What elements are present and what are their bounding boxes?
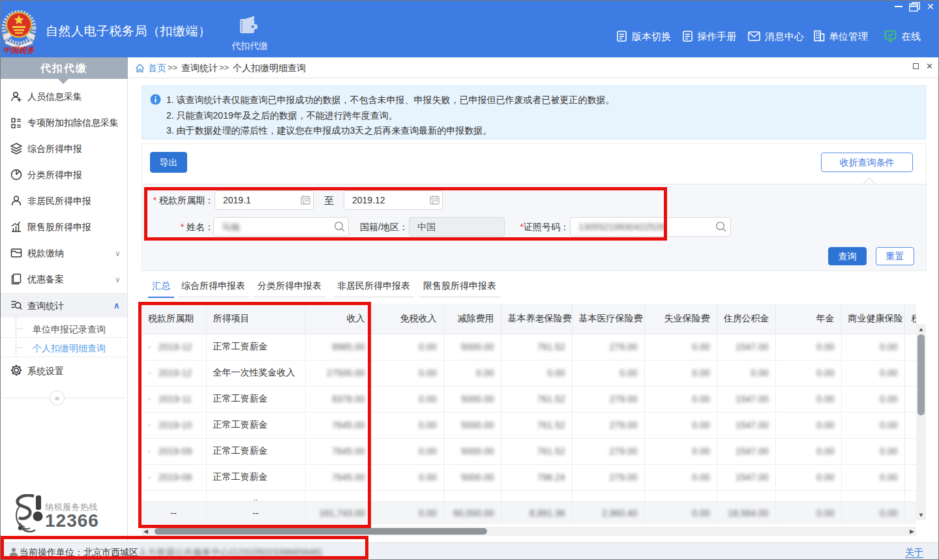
svg-text:中国税务: 中国税务 <box>3 46 36 55</box>
